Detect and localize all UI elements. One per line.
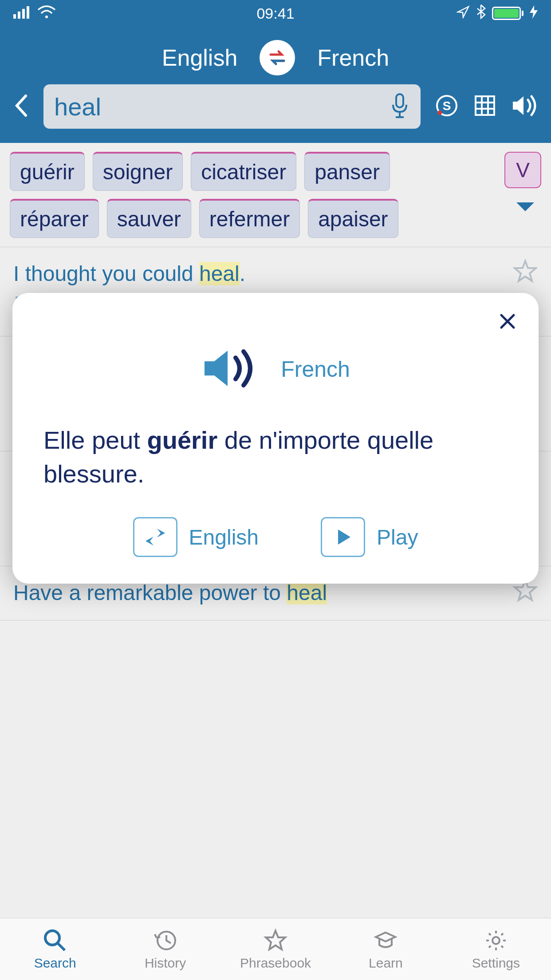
speaker-large-icon <box>201 346 263 392</box>
translation-chip[interactable]: cicatriser <box>191 152 296 191</box>
volume-icon[interactable] <box>511 94 538 119</box>
svg-point-4 <box>45 16 48 18</box>
svg-line-15 <box>58 943 65 950</box>
search-box[interactable] <box>43 84 421 129</box>
switch-language-button[interactable]: English <box>133 517 259 557</box>
play-button[interactable]: Play <box>321 517 418 557</box>
back-button[interactable] <box>13 92 29 121</box>
translation-chip[interactable]: apaiser <box>308 199 398 238</box>
signal-icon <box>13 5 31 22</box>
tab-learn[interactable]: Learn <box>331 918 441 980</box>
play-icon <box>332 526 354 548</box>
header: English French S <box>0 27 551 143</box>
expand-button[interactable] <box>516 201 535 216</box>
svg-rect-2 <box>22 9 25 19</box>
translation-chip[interactable]: panser <box>304 152 390 191</box>
svg-rect-1 <box>18 12 20 19</box>
charging-icon <box>530 5 538 22</box>
status-time: 09:41 <box>256 5 294 22</box>
history-icon <box>153 928 178 953</box>
tab-settings[interactable]: Settings <box>441 918 551 980</box>
favorite-button[interactable] <box>513 259 538 285</box>
tab-history[interactable]: History <box>110 918 220 980</box>
swap-languages-button[interactable] <box>260 40 295 75</box>
battery-icon <box>492 7 523 20</box>
swap-arrows-icon <box>142 526 169 548</box>
lang-from[interactable]: English <box>162 44 238 71</box>
search-input[interactable] <box>54 92 390 121</box>
close-button[interactable] <box>499 312 516 332</box>
svg-point-14 <box>45 931 59 945</box>
bluetooth-icon <box>476 4 486 23</box>
svg-rect-0 <box>13 14 16 19</box>
gear-icon <box>484 928 508 953</box>
tab-search[interactable]: Search <box>0 918 110 980</box>
grid-icon[interactable] <box>473 94 497 119</box>
modal-sentence: Elle peut guérir de n'importe quelle ble… <box>43 423 508 490</box>
svg-rect-9 <box>476 96 494 115</box>
translation-chip[interactable]: sauver <box>107 199 191 238</box>
swap-icon <box>266 47 288 69</box>
translation-chip[interactable]: refermer <box>199 199 300 238</box>
mic-icon[interactable] <box>390 92 410 121</box>
svg-point-17 <box>492 937 500 944</box>
star-icon <box>263 928 288 953</box>
learn-icon <box>373 928 398 953</box>
location-icon <box>457 5 470 22</box>
svg-rect-5 <box>396 94 403 107</box>
bottom-tabs: Search History Phrasebook Learn Settings <box>0 918 551 980</box>
translation-chip[interactable]: soigner <box>93 152 183 191</box>
search-icon <box>43 928 67 953</box>
audio-modal: French Elle peut guérir de n'importe que… <box>12 293 539 584</box>
wifi-icon <box>37 5 56 22</box>
source-icon[interactable]: S <box>435 94 459 119</box>
translation-chip[interactable]: réparer <box>10 199 99 238</box>
source-sentence: I thought you could heal. <box>13 260 538 288</box>
translation-chip[interactable]: guérir <box>10 152 85 191</box>
svg-rect-3 <box>27 6 29 19</box>
tab-phrasebook[interactable]: Phrasebook <box>220 918 331 980</box>
lang-to[interactable]: French <box>317 44 389 71</box>
pos-chip[interactable]: V <box>504 152 541 188</box>
svg-text:S: S <box>443 99 451 113</box>
translations-panel: guérir soigner cicatriser panser réparer… <box>0 143 551 247</box>
modal-audio-label: French <box>281 356 350 382</box>
svg-point-8 <box>437 111 442 115</box>
status-bar: 09:41 <box>0 0 551 27</box>
